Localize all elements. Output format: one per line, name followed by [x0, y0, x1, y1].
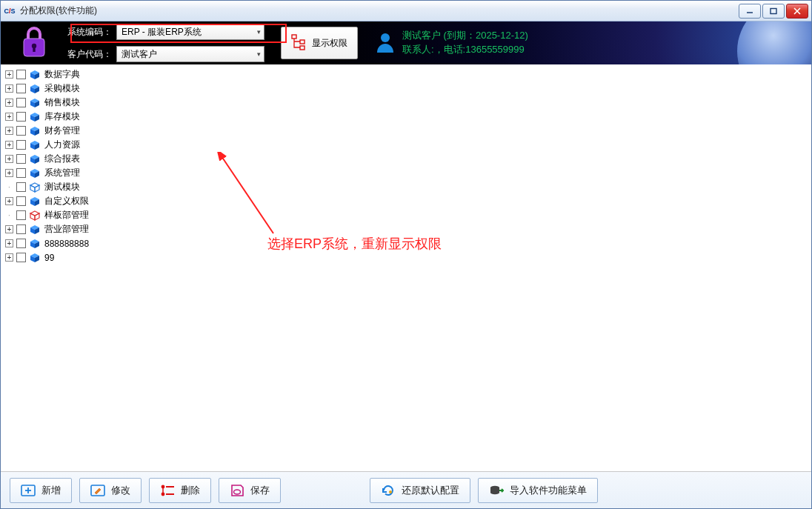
- checkbox[interactable]: [16, 70, 26, 79]
- tree-item[interactable]: +营业部管理: [5, 222, 807, 236]
- minimize-button[interactable]: [739, 4, 761, 19]
- expand-icon[interactable]: +: [5, 84, 13, 93]
- tree-item[interactable]: +99: [5, 250, 807, 265]
- tree-item-label: 营业部管理: [44, 223, 89, 236]
- svg-rect-1: [771, 8, 776, 13]
- expand-icon[interactable]: +: [5, 141, 13, 149]
- expand-icon[interactable]: +: [5, 70, 13, 79]
- tree-item[interactable]: ·样板部管理: [5, 208, 807, 222]
- checkbox[interactable]: [16, 224, 26, 234]
- tree-item-label: 测试模块: [44, 181, 80, 193]
- cube-icon: [29, 182, 41, 193]
- chevron-down-icon: ▾: [257, 50, 261, 58]
- tree-item-label: 自定义权限: [44, 195, 89, 207]
- tree-connector: ·: [5, 183, 13, 191]
- svg-point-18: [162, 492, 165, 496]
- tree-item[interactable]: +自定义权限: [5, 194, 807, 208]
- tree-item[interactable]: +采购模块: [5, 81, 807, 96]
- save-button[interactable]: 保存: [219, 478, 281, 503]
- lock-icon: [8, 25, 60, 61]
- maximize-button[interactable]: [762, 4, 785, 19]
- bottom-toolbar: 新增 修改 删除 保存 还原默认配置 导入软件功能菜单: [1, 471, 811, 508]
- cube-icon: [29, 154, 41, 164]
- checkbox[interactable]: [16, 168, 26, 178]
- edit-button[interactable]: 修改: [79, 478, 142, 503]
- expand-icon[interactable]: +: [5, 155, 13, 163]
- titlebar: C/S 分配权限(软件功能): [1, 1, 811, 21]
- checkbox[interactable]: [16, 210, 26, 220]
- checkbox[interactable]: [16, 253, 26, 262]
- tree-item-label: 财务管理: [44, 124, 80, 137]
- svg-rect-7: [292, 35, 296, 39]
- customer-line1: 测试客户 (到期：2025-12-12): [402, 29, 528, 43]
- checkbox[interactable]: [16, 196, 26, 206]
- svg-point-22: [389, 490, 392, 493]
- expand-icon[interactable]: +: [5, 99, 13, 107]
- tree-item[interactable]: +人力资源: [5, 138, 807, 152]
- delete-button[interactable]: 删除: [149, 478, 211, 503]
- svg-rect-9: [300, 46, 304, 50]
- tree-item-label: 样板部管理: [44, 209, 89, 222]
- show-permission-button[interactable]: 显示权限: [281, 27, 358, 59]
- system-code-label: 系统编码：: [67, 26, 112, 39]
- hierarchy-icon: [291, 34, 306, 53]
- app-icon: C/S: [4, 5, 16, 17]
- checkbox[interactable]: [16, 182, 26, 192]
- save-label: 保存: [250, 484, 270, 497]
- expand-icon[interactable]: +: [5, 253, 13, 262]
- expand-icon[interactable]: +: [5, 197, 13, 205]
- expand-icon[interactable]: +: [5, 225, 13, 233]
- tree-item[interactable]: +综合报表: [5, 152, 807, 166]
- tree-item-label: 人力资源: [44, 139, 80, 151]
- checkbox[interactable]: [16, 140, 26, 150]
- tree-item[interactable]: +888888888: [5, 236, 807, 250]
- cube-icon: [29, 70, 41, 80]
- svg-rect-17: [166, 486, 174, 488]
- tree-item[interactable]: ·测试模块: [5, 180, 807, 194]
- restore-button[interactable]: 还原默认配置: [370, 478, 470, 503]
- customer-code-combo[interactable]: 测试客户 ▾: [116, 46, 264, 62]
- checkbox[interactable]: [16, 239, 26, 248]
- expand-icon[interactable]: +: [5, 127, 13, 135]
- system-code-combo[interactable]: ERP - 服装ERP系统 ▾: [116, 24, 264, 40]
- add-button[interactable]: 新增: [10, 478, 72, 503]
- save-icon: [230, 484, 244, 497]
- import-label: 导入软件功能菜单: [510, 484, 587, 497]
- delete-icon: [160, 484, 175, 497]
- tree-connector: ·: [5, 211, 13, 219]
- customer-line2: 联系人:，电话:13655559999: [402, 43, 528, 57]
- tree-item-label: 数据字典: [44, 68, 80, 81]
- expand-icon[interactable]: +: [5, 113, 13, 121]
- tree-item-label: 库存模块: [44, 110, 80, 123]
- expand-icon[interactable]: +: [5, 239, 13, 247]
- delete-label: 删除: [181, 484, 200, 497]
- tree-item[interactable]: +库存模块: [5, 110, 807, 124]
- svg-rect-6: [33, 47, 35, 52]
- svg-rect-8: [300, 40, 304, 44]
- checkbox[interactable]: [16, 98, 26, 107]
- chevron-down-icon: ▾: [257, 28, 261, 36]
- checkbox[interactable]: [16, 154, 26, 164]
- customer-code-label: 客户代码：: [67, 48, 112, 61]
- tree-item[interactable]: +系统管理: [5, 166, 807, 180]
- cube-icon: [29, 84, 41, 94]
- cube-icon: [29, 196, 41, 207]
- checkbox[interactable]: [16, 112, 26, 122]
- import-button[interactable]: 导入软件功能菜单: [478, 478, 598, 503]
- cube-icon: [29, 98, 41, 108]
- add-label: 新增: [41, 484, 61, 497]
- main-area: +数据字典+采购模块+销售模块+库存模块+财务管理+人力资源+综合报表+系统管理…: [1, 64, 811, 471]
- tree-item-label: 采购模块: [44, 82, 80, 95]
- permission-tree[interactable]: +数据字典+采购模块+销售模块+库存模块+财务管理+人力资源+综合报表+系统管理…: [1, 64, 811, 471]
- tree-item[interactable]: +数据字典: [5, 67, 807, 81]
- tree-item[interactable]: +财务管理: [5, 124, 807, 138]
- svg-rect-19: [166, 493, 174, 495]
- checkbox[interactable]: [16, 126, 26, 136]
- close-button[interactable]: [786, 4, 808, 19]
- show-permission-label: 显示权限: [312, 37, 347, 50]
- cube-icon: [29, 253, 41, 263]
- checkbox[interactable]: [16, 84, 26, 93]
- expand-icon[interactable]: +: [5, 169, 13, 177]
- tree-item[interactable]: +销售模块: [5, 96, 807, 110]
- person-icon: [376, 32, 395, 55]
